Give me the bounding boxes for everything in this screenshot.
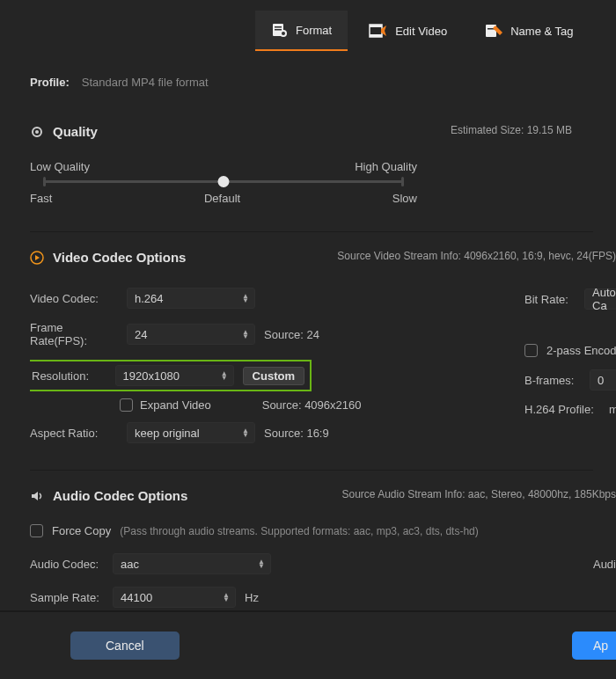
tab-edit-video-label: Edit Video [395,25,447,38]
svg-point-2 [282,32,285,35]
h264-profile-value: ma [609,403,616,416]
bitrate-select[interactable]: Auto Ca [584,288,616,310]
audio-codec-title: Audio Codec Options [53,488,187,503]
apply-button[interactable]: Ap [572,632,616,660]
bitrate-label: Bit Rate: [524,293,576,306]
stepper-arrows-icon: ▲▼ [221,371,228,380]
stepper-arrows-icon: ▲▼ [242,330,249,339]
stepper-arrows-icon: ▲▼ [223,593,230,602]
svg-point-11 [35,130,39,134]
tab-edit-video[interactable]: Edit Video [353,11,463,51]
svg-rect-3 [275,26,282,28]
format-icon [271,21,289,39]
cancel-button[interactable]: Cancel [70,632,180,660]
sample-rate-label: Sample Rate: [30,591,104,604]
h264-profile-label: H.264 Profile: [524,403,600,416]
svg-rect-7 [370,34,382,37]
tab-name-tag[interactable]: Name & Tag [468,11,589,51]
audio-stream-info: Source Audio Stream Info: aac, Stereo, 4… [341,488,616,500]
expand-video-label: Expand Video [140,398,211,412]
profile-label: Profile: [30,76,70,89]
resolution-source: Source: 4096x2160 [262,398,362,412]
edit-video-icon [369,22,388,40]
estimated-size-label: Estimated Size: [451,124,524,136]
quality-fast-label: Fast [30,192,52,205]
name-tag-icon [484,22,503,40]
video-codec-label: Video Codec: [30,292,118,305]
video-stream-info: Source Video Stream Info: 4096x2160, 16:… [337,250,616,262]
video-codec-title: Video Codec Options [53,250,186,265]
tab-name-tag-label: Name & Tag [510,25,573,38]
stepper-arrows-icon: ▲▼ [242,294,249,303]
frame-rate-label: Frame Rate(FPS): [30,321,118,347]
sample-rate-unit: Hz [245,591,259,604]
sample-rate-select[interactable]: 44100 ▲▼ [113,587,236,608]
quality-slider-handle[interactable] [218,176,230,187]
resolution-label: Resolution: [32,369,106,383]
tab-format[interactable]: Format [255,11,348,51]
force-copy-desc: (Pass through audio streams. Supported f… [120,525,479,537]
gear-icon [30,125,44,139]
slider-tick [43,177,46,186]
twopass-label: 2-pass Encodin [546,344,616,357]
speaker-icon [30,489,44,503]
audio-right-label: Audi [593,558,616,571]
quality-slow-label: Slow [392,192,417,205]
quality-high-label: High Quality [355,160,417,173]
aspect-ratio-select[interactable]: keep original ▲▼ [127,422,255,443]
audio-codec-label: Audio Codec: [30,558,104,571]
svg-rect-4 [275,29,282,31]
video-codec-select[interactable]: h.264 ▲▼ [127,288,255,309]
quality-low-label: Low Quality [30,160,90,173]
svg-rect-6 [370,25,382,27]
slider-tick [401,177,404,186]
twopass-checkbox[interactable] [524,344,538,357]
force-copy-label: Force Copy [52,524,111,537]
quality-title: Quality [53,124,98,139]
aspect-ratio-label: Aspect Ratio: [30,427,118,440]
tab-format-label: Format [296,24,332,37]
force-copy-checkbox[interactable] [30,524,43,537]
stepper-arrows-icon: ▲▼ [242,428,249,437]
resolution-select[interactable]: 1920x1080 ▲▼ [115,365,234,386]
expand-video-checkbox[interactable] [120,398,133,412]
quality-slider-track[interactable] [43,180,404,183]
stepper-arrows-icon: ▲▼ [258,559,265,568]
bframes-select[interactable]: 0 [590,369,616,391]
custom-resolution-button[interactable]: Custom [243,367,304,385]
estimated-size-value: 19.15 MB [527,124,572,136]
bframes-label: B-frames: [524,374,581,387]
profile-value: Standard MP4 file format [82,76,209,89]
frame-rate-select[interactable]: 24 ▲▼ [127,324,255,345]
audio-codec-select[interactable]: aac ▲▼ [113,553,271,574]
frame-rate-source: Source: 24 [264,328,319,341]
play-icon [30,251,44,265]
quality-default-label: Default [204,192,240,205]
aspect-ratio-source: Source: 16:9 [264,427,329,440]
